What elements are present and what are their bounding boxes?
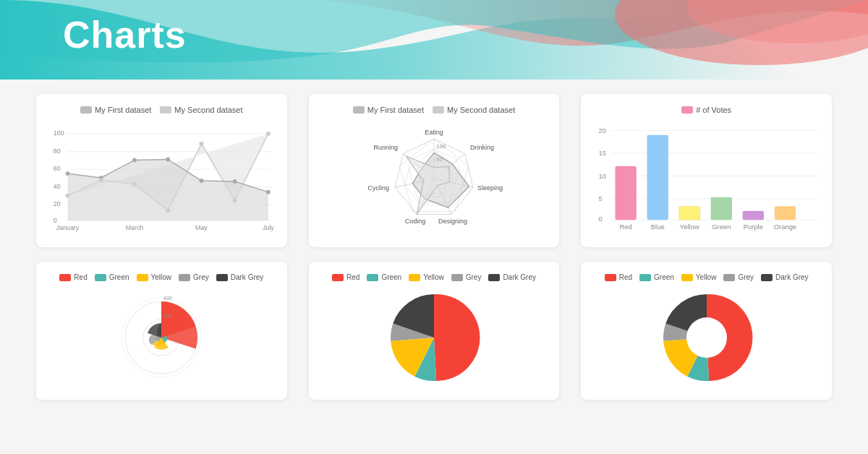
- svg-text:20: 20: [54, 200, 61, 207]
- pie-legend-items: Red Green Yellow Grey Dark Grey: [332, 273, 536, 281]
- radar-svg-wrap: 100 50 Eating Drinking Sleeping Designin…: [320, 120, 548, 236]
- svg-text:July: July: [263, 224, 274, 231]
- svg-text:100: 100: [54, 129, 64, 137]
- donut-svg-wrap: [592, 287, 820, 388]
- legend-label-first: My First dataset: [95, 106, 151, 114]
- svg-point-24: [99, 178, 103, 182]
- svg-rect-70: [647, 135, 668, 220]
- svg-text:Designing: Designing: [438, 218, 467, 225]
- svg-text:60: 60: [54, 165, 61, 172]
- svg-text:Coding: Coding: [405, 218, 426, 225]
- svg-text:Running: Running: [373, 144, 398, 151]
- donut-legend-green: Green: [639, 273, 674, 281]
- svg-text:0: 0: [599, 215, 603, 223]
- svg-point-21: [233, 179, 237, 184]
- charts-grid: My First dataset My Second dataset 100 8…: [0, 94, 868, 400]
- legend-color-second: [160, 106, 171, 113]
- svg-text:Eating: Eating: [425, 129, 443, 136]
- svg-text:Yellow: Yellow: [680, 223, 699, 231]
- polar-label-yellow: Yellow: [151, 273, 172, 281]
- pie-chart-card: Red Green Yellow Grey Dark Grey: [309, 262, 560, 400]
- svg-point-29: [266, 132, 271, 136]
- svg-text:5: 5: [599, 194, 603, 202]
- radar-legend-color-first: [353, 106, 365, 113]
- svg-text:20: 20: [599, 127, 606, 134]
- svg-rect-71: [679, 206, 700, 220]
- page-title: Charts: [63, 13, 187, 56]
- svg-point-19: [166, 157, 170, 161]
- pie-svg-wrap: [320, 287, 548, 388]
- polar-legend-grey: Grey: [179, 273, 209, 281]
- polar-legend-green: Green: [95, 273, 129, 281]
- donut-legend-items: Red Green Yellow Grey Dark Grey: [605, 273, 809, 281]
- bar-chart-svg-wrap: 20 15 10 5 0: [592, 120, 820, 236]
- bar-legend-votes: # of Votes: [681, 106, 731, 114]
- pie-legend-grey: Grey: [451, 273, 482, 281]
- legend-item-first: My First dataset: [80, 106, 151, 114]
- polar-chart-card: Red Green Yellow Grey Dark Grey ": [36, 262, 287, 400]
- svg-point-22: [266, 190, 271, 194]
- svg-text:Cycling: Cycling: [367, 184, 389, 192]
- donut-chart-card: Red Green Yellow Grey Dark Grey: [581, 262, 832, 400]
- donut-legend-yellow: Yellow: [681, 273, 717, 281]
- polar-legend-yellow: Yellow: [137, 273, 172, 281]
- polar-legend: Red Green Yellow Grey Dark Grey: [59, 273, 263, 281]
- donut-legend-darkgrey: Dark Grey: [761, 273, 809, 281]
- polar-legend-red: Red: [59, 273, 87, 281]
- svg-text:Blue: Blue: [651, 223, 665, 231]
- radar-legend-item-first: My First dataset: [353, 106, 424, 114]
- legend-label-second: My Second dataset: [174, 106, 242, 114]
- svg-point-16: [66, 171, 70, 176]
- polar-legend-darkgrey: Dark Grey: [216, 273, 264, 281]
- svg-rect-73: [743, 211, 764, 220]
- svg-text:15: 15: [599, 149, 606, 157]
- svg-text:January: January: [56, 224, 80, 231]
- svg-point-20: [199, 179, 203, 183]
- svg-text:Purple: Purple: [744, 223, 763, 231]
- svg-text:Green: Green: [712, 223, 731, 231]
- svg-rect-69: [616, 166, 637, 220]
- svg-text:0: 0: [54, 217, 57, 224]
- svg-rect-74: [775, 206, 796, 220]
- svg-text:100: 100: [436, 143, 446, 150]
- radar-legend-label-second: My Second dataset: [447, 106, 515, 114]
- pie-legend-red: Red: [332, 273, 359, 281]
- pie-legend-yellow: Yellow: [409, 273, 444, 281]
- polar-label-grey: Grey: [193, 273, 209, 281]
- polar-label-green: Green: [109, 273, 129, 281]
- line-chart-svg-wrap: 100 80 60 40 20 0: [48, 120, 276, 236]
- donut-legend-red: Red: [605, 273, 632, 281]
- svg-text:80: 80: [54, 147, 61, 155]
- svg-text:200: 200: [163, 313, 172, 318]
- donut-legend-grey: Grey: [723, 273, 754, 281]
- radar-chart-card: My First dataset My Second dataset: [309, 94, 560, 247]
- radar-legend-color-second: [433, 106, 444, 113]
- radar-legend-item-second: My Second dataset: [433, 106, 515, 114]
- svg-point-25: [132, 182, 137, 187]
- svg-point-28: [233, 199, 237, 203]
- line-chart-card: My First dataset My Second dataset 100 8…: [36, 94, 287, 247]
- bar-chart-legend: # of Votes: [681, 106, 731, 114]
- radar-legend-label-first: My First dataset: [367, 106, 424, 114]
- svg-point-18: [132, 158, 137, 162]
- bar-legend-color: [681, 106, 693, 113]
- polar-label-red: Red: [74, 273, 87, 281]
- svg-point-26: [166, 208, 170, 213]
- radar-chart-legend: My First dataset My Second dataset: [353, 106, 515, 114]
- svg-text:March: March: [126, 224, 144, 231]
- svg-text:Sleeping: Sleeping: [477, 184, 503, 192]
- pie-legend-green: Green: [367, 273, 401, 281]
- bar-legend-label: # of Votes: [696, 106, 731, 114]
- bar-chart-card: # of Votes 20 15 10 5 0: [581, 94, 832, 247]
- line-chart-legend: My First dataset My Second dataset: [80, 106, 242, 114]
- svg-text:May: May: [195, 224, 208, 231]
- svg-point-23: [66, 194, 70, 198]
- svg-text:Drinking: Drinking: [470, 144, 494, 151]
- polar-svg-wrap: ": [48, 287, 276, 388]
- pie-legend: Red Green Yellow Grey Dark Grey: [332, 273, 536, 281]
- polar-label-darkgrey: Dark Grey: [231, 273, 264, 281]
- svg-text:Red: Red: [620, 223, 632, 231]
- polar-legend-items: Red Green Yellow Grey Dark Grey: [59, 273, 263, 281]
- legend-color-first: [80, 106, 92, 113]
- pie-legend-darkgrey: Dark Grey: [488, 273, 536, 281]
